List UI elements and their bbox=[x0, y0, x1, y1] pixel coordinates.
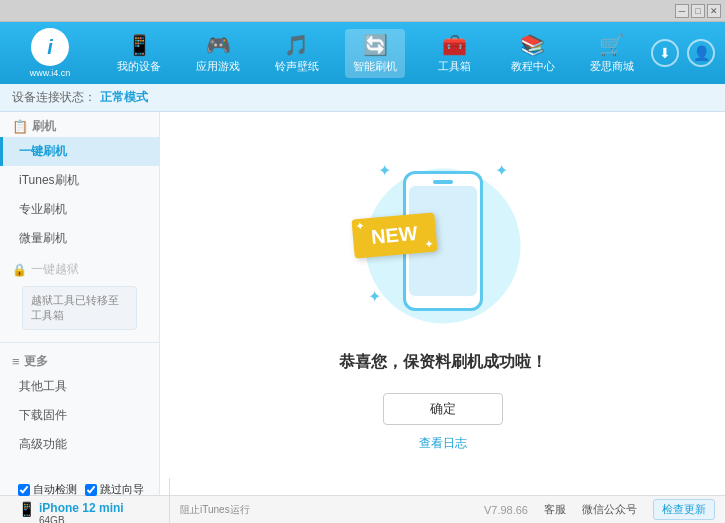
sidebar-section-more: ≡ 更多 bbox=[0, 347, 159, 372]
advanced-label: 高级功能 bbox=[19, 437, 67, 451]
bottom-left-panel: 自动检测 跳过向导 📱 iPhone 12 mini 64GB Down-12m… bbox=[10, 478, 170, 523]
sidebar-item-advanced[interactable]: 高级功能 bbox=[0, 430, 159, 459]
sidebar-item-pro[interactable]: 专业刷机 bbox=[0, 195, 159, 224]
sidebar-divider bbox=[0, 342, 159, 343]
skip-wizard-label: 跳过向导 bbox=[100, 482, 144, 497]
nav-ringtone-label: 铃声壁纸 bbox=[275, 59, 319, 74]
maximize-button[interactable]: □ bbox=[691, 4, 705, 18]
user-button[interactable]: 👤 bbox=[687, 39, 715, 67]
itunes-label: iTunes刷机 bbox=[19, 173, 79, 187]
lock-icon: 🔒 bbox=[12, 263, 27, 277]
nav-appgame-label: 应用游戏 bbox=[196, 59, 240, 74]
download-label: 下载固件 bbox=[19, 408, 67, 422]
sidebar-item-othertools[interactable]: 其他工具 bbox=[0, 372, 159, 401]
nav-smartflash-label: 智能刷机 bbox=[353, 59, 397, 74]
sparkle-3-icon: ✦ bbox=[368, 287, 381, 306]
sidebar-item-onekey[interactable]: 一键刷机 bbox=[0, 137, 159, 166]
customer-service-link[interactable]: 客服 bbox=[544, 502, 566, 517]
nav-tutorial-icon: 📚 bbox=[520, 33, 545, 57]
success-message: 恭喜您，保资料刷机成功啦！ bbox=[339, 352, 547, 373]
jailbreak-label: 一键越狱 bbox=[31, 261, 79, 278]
more-section-label: 更多 bbox=[24, 353, 48, 370]
nav-appgame-icon: 🎮 bbox=[206, 33, 231, 57]
download-button[interactable]: ⬇ bbox=[651, 39, 679, 67]
logo[interactable]: i www.i4.cn bbox=[10, 28, 90, 78]
nav-mydevice-label: 我的设备 bbox=[117, 59, 161, 74]
status-bar: 设备连接状态： 正常模式 bbox=[0, 84, 725, 112]
jailbreak-header: 🔒 一键越狱 bbox=[12, 257, 147, 282]
success-illustration: NEW ✦ ✦ ✦ bbox=[363, 156, 523, 336]
device-icon: 📱 bbox=[18, 501, 35, 517]
checkbox-group: 自动检测 跳过向导 bbox=[18, 482, 161, 497]
nav-store[interactable]: 🛒 爱思商城 bbox=[582, 29, 642, 78]
bottom-right: V7.98.66 客服 微信公众号 检查更新 bbox=[484, 499, 715, 520]
main-area: 📋 刷机 一键刷机 iTunes刷机 专业刷机 微量刷机 🔒 一键越狱 bbox=[0, 112, 725, 495]
content-area: NEW ✦ ✦ ✦ 恭喜您，保资料刷机成功啦！ 确定 查看日志 bbox=[160, 112, 725, 495]
sidebar-scroll: 📋 刷机 一键刷机 iTunes刷机 专业刷机 微量刷机 🔒 一键越狱 bbox=[0, 112, 159, 495]
itunes-stop-button[interactable]: 阻止iTunes运行 bbox=[180, 503, 250, 517]
nav-smartflash-icon: 🔄 bbox=[363, 33, 388, 57]
sidebar: 📋 刷机 一键刷机 iTunes刷机 专业刷机 微量刷机 🔒 一键越狱 bbox=[0, 112, 160, 495]
nav-store-icon: 🛒 bbox=[599, 33, 624, 57]
sparkle-2-icon: ✦ bbox=[495, 161, 508, 180]
nav-appgame[interactable]: 🎮 应用游戏 bbox=[188, 29, 248, 78]
auto-detect-label: 自动检测 bbox=[33, 482, 77, 497]
auto-detect-checkbox-label[interactable]: 自动检测 bbox=[18, 482, 77, 497]
flash-section-label: 刷机 bbox=[32, 118, 56, 135]
status-label: 设备连接状态： bbox=[12, 89, 96, 106]
othertools-label: 其他工具 bbox=[19, 379, 67, 393]
sidebar-section-flash: 📋 刷机 bbox=[0, 112, 159, 137]
nav-smartflash[interactable]: 🔄 智能刷机 bbox=[345, 29, 405, 78]
wechat-link[interactable]: 微信公众号 bbox=[582, 502, 637, 517]
nav-mydevice[interactable]: 📱 我的设备 bbox=[109, 29, 169, 78]
logo-text: www.i4.cn bbox=[30, 68, 71, 78]
auto-detect-checkbox[interactable] bbox=[18, 484, 30, 496]
nav-ringtone[interactable]: 🎵 铃声壁纸 bbox=[267, 29, 327, 78]
skip-wizard-checkbox[interactable] bbox=[85, 484, 97, 496]
jailbreak-section: 🔒 一键越狱 越狱工具已转移至工具箱 bbox=[0, 253, 159, 338]
header-right: ⬇ 👤 bbox=[651, 39, 715, 67]
sidebar-item-micro[interactable]: 微量刷机 bbox=[0, 224, 159, 253]
logo-icon: i bbox=[31, 28, 69, 66]
status-value: 正常模式 bbox=[100, 89, 148, 106]
phone-speaker bbox=[433, 180, 453, 184]
nav-mydevice-icon: 📱 bbox=[127, 33, 152, 57]
itunes-area: 阻止iTunes运行 bbox=[170, 503, 484, 517]
nav-tutorial[interactable]: 📚 教程中心 bbox=[503, 29, 563, 78]
micro-label: 微量刷机 bbox=[19, 231, 67, 245]
device-info-row: 📱 iPhone 12 mini 64GB Down-12mini-13.1 bbox=[18, 501, 161, 523]
header: i www.i4.cn 📱 我的设备 🎮 应用游戏 🎵 铃声壁纸 🔄 智能刷机 … bbox=[0, 22, 725, 84]
onekey-label: 一键刷机 bbox=[19, 144, 67, 158]
sidebar-item-itunes[interactable]: iTunes刷机 bbox=[0, 166, 159, 195]
more-section-icon: ≡ bbox=[12, 354, 20, 369]
nav-ringtone-icon: 🎵 bbox=[284, 33, 309, 57]
close-button[interactable]: ✕ bbox=[707, 4, 721, 18]
confirm-button[interactable]: 确定 bbox=[383, 393, 503, 425]
flash-section-icon: 📋 bbox=[12, 119, 28, 134]
version-text: V7.98.66 bbox=[484, 504, 528, 516]
sparkle-1-icon: ✦ bbox=[378, 161, 391, 180]
nav-toolbox[interactable]: 🧰 工具箱 bbox=[424, 29, 484, 78]
nav-toolbox-label: 工具箱 bbox=[438, 59, 471, 74]
sidebar-item-download[interactable]: 下载固件 bbox=[0, 401, 159, 430]
bottom-bar: 自动检测 跳过向导 📱 iPhone 12 mini 64GB Down-12m… bbox=[0, 495, 725, 523]
nav-bar: 📱 我的设备 🎮 应用游戏 🎵 铃声壁纸 🔄 智能刷机 🧰 工具箱 📚 教程中心… bbox=[100, 29, 651, 78]
jailbreak-notice-text: 越狱工具已转移至工具箱 bbox=[31, 294, 119, 321]
nav-toolbox-icon: 🧰 bbox=[442, 33, 467, 57]
minimize-button[interactable]: ─ bbox=[675, 4, 689, 18]
skip-wizard-checkbox-label[interactable]: 跳过向导 bbox=[85, 482, 144, 497]
window-controls[interactable]: ─ □ ✕ bbox=[675, 4, 721, 18]
view-log-link[interactable]: 查看日志 bbox=[419, 435, 467, 452]
check-update-button[interactable]: 检查更新 bbox=[653, 499, 715, 520]
device-info: iPhone 12 mini 64GB Down-12mini-13.1 bbox=[39, 501, 124, 523]
new-badge: NEW bbox=[351, 212, 437, 258]
nav-store-label: 爱思商城 bbox=[590, 59, 634, 74]
title-bar: ─ □ ✕ bbox=[0, 0, 725, 22]
nav-tutorial-label: 教程中心 bbox=[511, 59, 555, 74]
device-name: iPhone 12 mini bbox=[39, 501, 124, 515]
device-storage: 64GB bbox=[39, 515, 124, 523]
jailbreak-notice: 越狱工具已转移至工具箱 bbox=[22, 286, 137, 330]
pro-label: 专业刷机 bbox=[19, 202, 67, 216]
